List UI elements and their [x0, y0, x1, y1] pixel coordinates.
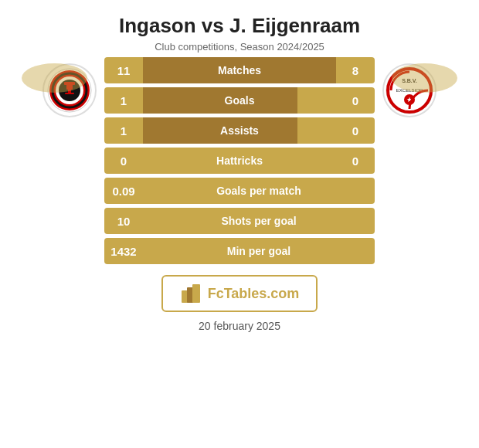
right-blob	[392, 63, 457, 93]
stat-label-goals: Goals	[143, 94, 336, 107]
stat-row-shots-per-goal: 10Shots per goal	[104, 208, 375, 234]
stat-left-val-assists: 1	[104, 124, 143, 137]
stat-left-val-goals: 1	[104, 94, 143, 107]
stat-label-goals-per-match: Goals per match	[143, 185, 375, 197]
footer-date: 20 february 2025	[199, 320, 280, 338]
stat-row-matches: 11Matches8	[104, 57, 375, 83]
stat-row-goals: 1Goals0	[104, 87, 375, 114]
stat-right-val-goals: 0	[336, 94, 375, 107]
header: Ingason vs J. Eijgenraam Club competitio…	[111, 0, 368, 57]
stat-right-val-hattricks: 0	[336, 154, 375, 168]
left-blob	[22, 63, 87, 93]
fctables-icon	[180, 283, 202, 304]
stats-container: 11Matches81Goals01Assists00Hattricks00.0…	[104, 57, 375, 264]
stat-label-min-per-goal: Min per goal	[143, 245, 375, 257]
stat-left-val-shots-per-goal: 10	[104, 215, 143, 228]
stat-label-assists: Assists	[143, 124, 336, 137]
stat-right-val-assists: 0	[336, 124, 375, 137]
stat-left-val-matches: 11	[104, 64, 143, 77]
stat-label-shots-per-goal: Shots per goal	[143, 215, 375, 227]
stat-row-goals-per-match: 0.09Goals per match	[104, 178, 375, 204]
stat-row-assists: 1Assists0	[104, 117, 375, 144]
stat-row-hattricks: 0Hattricks0	[104, 148, 375, 174]
stat-label-matches: Matches	[143, 64, 336, 76]
subtitle: Club competitions, Season 2024/2025	[119, 41, 360, 53]
stat-label-hattricks: Hattricks	[143, 154, 336, 167]
stat-left-val-hattricks: 0	[104, 154, 143, 168]
stat-row-min-per-goal: 1432Min per goal	[104, 238, 375, 264]
svg-rect-18	[192, 284, 200, 303]
stat-left-val-min-per-goal: 1432	[104, 245, 143, 258]
stat-left-val-goals-per-match: 0.09	[104, 185, 143, 198]
fctables-banner: FcTables.com	[161, 275, 318, 312]
svg-rect-7	[65, 93, 74, 94]
logos-area: 11Matches81Goals01Assists00Hattricks00.0…	[0, 57, 479, 264]
stat-right-val-matches: 8	[336, 64, 375, 77]
fctables-text: FcTables.com	[208, 286, 300, 302]
match-title: Ingason vs J. Eijgenraam	[119, 14, 360, 38]
